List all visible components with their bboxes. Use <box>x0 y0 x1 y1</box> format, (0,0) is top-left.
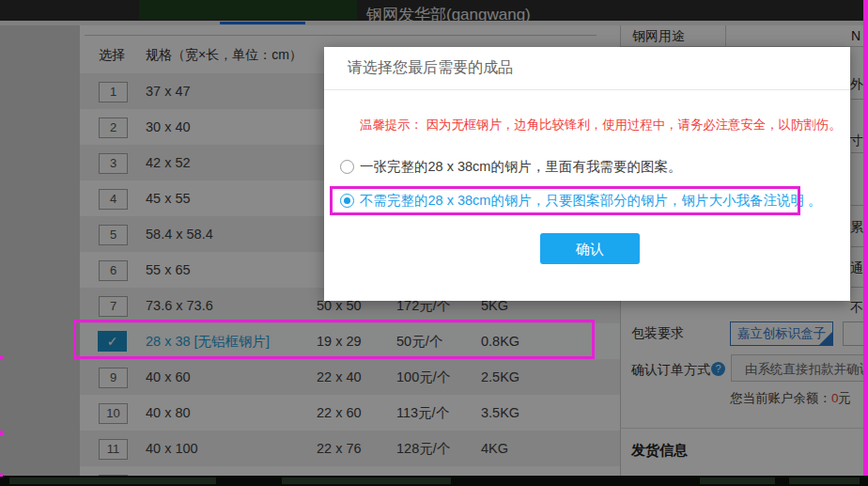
annotation-box-radio2 <box>330 186 800 215</box>
screen: 钢网发华部(gangwang) 选择 规格（宽×长，单位：cm） 137 x 4… <box>0 0 868 486</box>
confirm-button[interactable]: 确认 <box>540 233 640 264</box>
warning-text: 温馨提示： 因为无框钢片，边角比较锋利，使用过程中，请务必注意安全，以防割伤。 <box>360 117 842 133</box>
dialog-divider <box>324 89 850 90</box>
annotation-left-sliver <box>0 473 3 477</box>
dialog-title: 请选择您最后需要的成品 <box>348 58 513 78</box>
radio-full-sheet[interactable] <box>340 160 354 174</box>
annotation-left-sliver <box>0 431 3 435</box>
product-choice-dialog: 请选择您最后需要的成品 温馨提示： 因为无框钢片，边角比较锋利，使用过程中，请务… <box>324 47 850 301</box>
annotation-right-edge <box>863 0 868 476</box>
annotation-left-sliver <box>0 355 3 360</box>
radio-full-sheet-label[interactable]: 一张完整的28 x 38cm的钢片，里面有我需要的图案。 <box>360 158 681 176</box>
annotation-box-row8 <box>73 320 595 359</box>
